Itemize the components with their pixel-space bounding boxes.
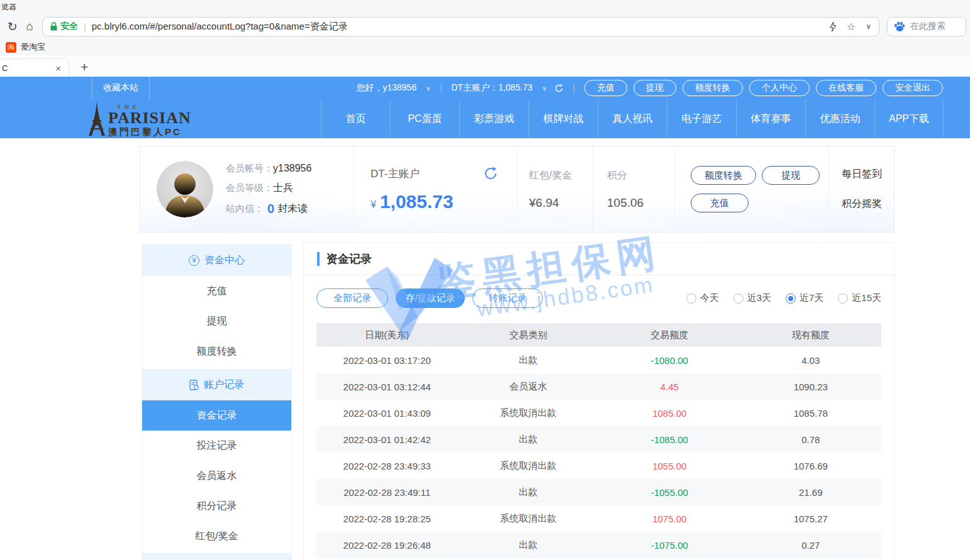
- chevron-down-icon[interactable]: ∨: [866, 22, 871, 31]
- sidebar-item-bonus[interactable]: 红包/奖金: [142, 521, 291, 551]
- filter-controls: 全部记录 存/提款记录 转账记录 今天 近3天 近7天 近15天: [316, 288, 881, 308]
- sidebar-section-fund-center[interactable]: ¥ 资金中心: [142, 244, 291, 276]
- quick-search-box[interactable]: 在此搜索: [887, 17, 966, 36]
- panel-transfer-button[interactable]: 额度转换: [691, 166, 756, 185]
- logo-subtitle: 澳門巴黎人PC: [108, 127, 191, 136]
- sidebar-item-transfer[interactable]: 额度转换: [142, 336, 291, 366]
- user-info: 会员帐号： y138956 会员等级： 士兵 站内信： 0 封未读: [226, 163, 311, 216]
- table-row: 2022-02-28 19:28:25 系统取消出款 1075.00 1075.…: [316, 505, 881, 532]
- points-value: 105.06: [607, 196, 674, 210]
- url-bar[interactable]: 安全 | pc.blryl6.com/#/personal/accountLog…: [42, 17, 879, 36]
- reload-icon[interactable]: ↻: [4, 19, 21, 34]
- member-level-value: 士兵: [273, 182, 293, 195]
- sidebar-item-bet-records[interactable]: 投注记录: [142, 431, 291, 461]
- topbar-personal-center-button[interactable]: 个人中心: [749, 80, 810, 96]
- search-placeholder: 在此搜索: [910, 21, 945, 32]
- favorite-site-link[interactable]: 收藏本站: [92, 77, 150, 99]
- page-title: 资金记录: [326, 251, 372, 266]
- topbar-transfer-button[interactable]: 额度转换: [683, 80, 743, 96]
- site-topbar: 收藏本站 您好，y138956 ∨ DT主账户：1,085.73 ∨ 充值 提现…: [0, 77, 970, 99]
- table-row: 2022-03-01 01:43:09 系统取消出款 1085.00 1085.…: [316, 400, 881, 426]
- sidebar-item-member-rebate[interactable]: 会员返水: [142, 461, 291, 491]
- url-text[interactable]: pc.blryl6.com/#/personal/accountLog?tag=…: [92, 21, 829, 33]
- table-row: 2022-02-28 19:26:48 出款 -1075.00 0.27: [316, 532, 881, 558]
- nav-item-sports[interactable]: 体育赛事: [736, 99, 805, 138]
- panel-withdraw-button[interactable]: 提现: [762, 166, 820, 185]
- tab-deposit-withdraw-records[interactable]: 存/提款记录: [396, 288, 465, 308]
- browser-tab[interactable]: C ×: [0, 58, 69, 77]
- radio-circle-icon: [686, 294, 696, 304]
- refresh-icon[interactable]: [554, 84, 564, 93]
- radio-today[interactable]: 今天: [686, 292, 719, 304]
- tab-strip: C × +: [0, 55, 970, 77]
- wallet-name: DT-主账户: [371, 167, 420, 181]
- yen-circle-icon: ¥: [189, 255, 199, 266]
- col-header-amount: 交易额度: [599, 329, 740, 341]
- inbox-suffix[interactable]: 封未读: [277, 202, 308, 216]
- wallet-balance: ¥ 1,085.73: [371, 191, 517, 212]
- tab-title: C: [2, 63, 55, 73]
- main-wallet-column: DT-主账户 ¥ 1,085.73: [354, 146, 518, 232]
- tab-all-records[interactable]: 全部记录: [316, 288, 388, 308]
- home-icon[interactable]: ⌂: [21, 19, 38, 33]
- document-icon: [189, 380, 199, 390]
- main-content: 资金记录 全部记录 存/提款记录 转账记录 今天 近3天 近7天: [303, 242, 895, 560]
- nav-item-pcdandan[interactable]: PC蛋蛋: [390, 99, 459, 138]
- topbar-withdraw-button[interactable]: 提现: [633, 80, 676, 96]
- flash-icon[interactable]: [829, 21, 837, 32]
- title-row: 资金记录: [304, 243, 894, 275]
- fund-records-table: 日期(美东) 交易类别 交易额度 现有额度 2022-03-01 03:17:2…: [316, 323, 881, 558]
- table-header-row: 日期(美东) 交易类别 交易额度 现有额度: [316, 323, 881, 347]
- taobao-icon[interactable]: 淘: [6, 42, 16, 53]
- bookmark-item[interactable]: 爱淘宝: [21, 41, 45, 53]
- sidebar-item-withdraw[interactable]: 提现: [142, 306, 291, 336]
- user-greeting[interactable]: 您好，y138956: [356, 82, 416, 94]
- bookmark-star-icon[interactable]: ☆: [847, 21, 856, 33]
- table-row: 2022-02-28 23:49:33 系统取消出款 1055.00 1076.…: [316, 453, 881, 479]
- col-header-date: 日期(美东): [316, 329, 458, 341]
- account-panel: 会员帐号： y138956 会员等级： 士兵 站内信： 0 封未读 DT-主账户: [140, 146, 895, 233]
- nav-item-lottery[interactable]: 彩票游戏: [459, 99, 528, 138]
- new-tab-button[interactable]: +: [81, 60, 88, 77]
- date-range-radios: 今天 近3天 近7天 近15天: [686, 292, 881, 304]
- radio-last-3-days[interactable]: 近3天: [733, 292, 771, 304]
- nav-item-promotions[interactable]: 优惠活动: [805, 99, 874, 138]
- topbar-right: 您好，y138956 ∨ DT主账户：1,085.73 ∨ 充值 提现 额度转换…: [356, 80, 970, 96]
- greeting-caret-icon[interactable]: ∨: [426, 85, 430, 92]
- nav-item-app-download[interactable]: APP下载: [874, 99, 944, 138]
- table-row: 2022-02-28 23:49:11 出款 -1055.00 21.69: [316, 479, 881, 505]
- radio-circle-icon: [786, 294, 796, 304]
- sidebar-item-points-records[interactable]: 积分记录: [142, 491, 291, 521]
- site-header: THE PARISIAN 澳門巴黎人PC 首页 PC蛋蛋 彩票游戏 棋牌对战 真…: [0, 99, 970, 138]
- divider: [441, 84, 442, 93]
- eiffel-tower-icon: [88, 101, 106, 136]
- url-bar-icons: ☆ ∨: [829, 21, 871, 33]
- avatar: [157, 161, 213, 217]
- topbar-logout-button[interactable]: 安全退出: [883, 80, 943, 96]
- tab-close-icon[interactable]: ×: [55, 63, 61, 74]
- currency-symbol: ¥: [371, 199, 376, 211]
- sidebar: ¥ 资金中心 充值 提现 额度转换 账户记录 资金记录 投注记录 会员返水 积分…: [142, 244, 292, 560]
- nav-item-live-casino[interactable]: 真人视讯: [598, 99, 667, 138]
- topbar-customer-service-button[interactable]: 在线客服: [816, 80, 876, 96]
- daily-checkin-link[interactable]: 每日签到: [842, 168, 894, 181]
- nav-item-boardgames[interactable]: 棋牌对战: [528, 99, 598, 138]
- tab-transfer-records[interactable]: 转账记录: [472, 288, 543, 308]
- wallet-caret-icon[interactable]: ∨: [542, 85, 547, 92]
- points-lottery-link[interactable]: 积分摇奖: [842, 197, 894, 211]
- sidebar-item-fund-records[interactable]: 资金记录: [142, 400, 291, 431]
- sidebar-item-deposit[interactable]: 充值: [142, 276, 291, 306]
- topbar-deposit-button[interactable]: 充值: [584, 80, 627, 96]
- radio-last-7-days[interactable]: 近7天: [786, 292, 823, 304]
- security-label: 安全: [60, 21, 78, 32]
- nav-item-slots[interactable]: 电子游艺: [667, 99, 736, 138]
- sidebar-section-account-records[interactable]: 账户记录: [142, 369, 291, 400]
- panel-deposit-button[interactable]: 充值: [691, 194, 749, 212]
- member-account-value: y138956: [273, 163, 311, 174]
- site-logo[interactable]: THE PARISIAN 澳門巴黎人PC: [88, 101, 191, 136]
- inbox-count[interactable]: 0: [267, 202, 274, 216]
- radio-last-15-days[interactable]: 近15天: [838, 292, 881, 304]
- main-nav: 首页 PC蛋蛋 彩票游戏 棋牌对战 真人视讯 电子游艺 体育赛事 优惠活动 AP…: [321, 99, 944, 138]
- refresh-balance-icon[interactable]: [483, 166, 498, 181]
- nav-item-home[interactable]: 首页: [321, 99, 390, 138]
